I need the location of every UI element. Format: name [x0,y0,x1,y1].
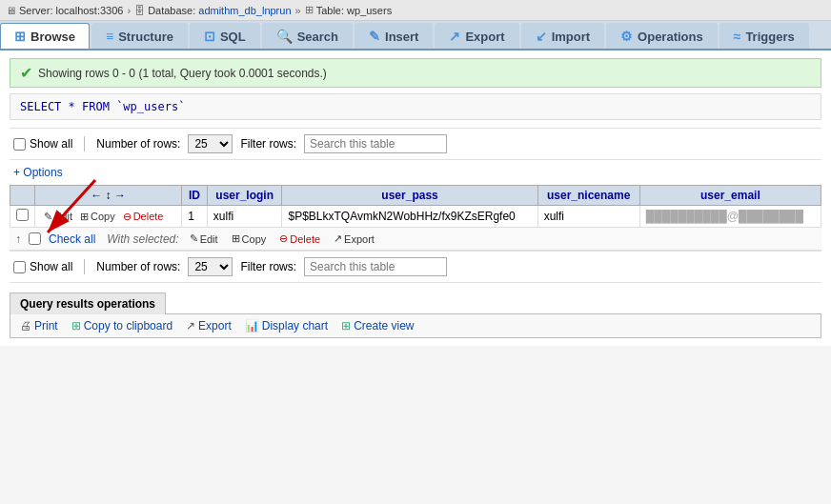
row-actions-cell: ✎ Edit ⊞ Copy ⊖ Delete [35,206,182,228]
show-all-label-top[interactable]: Show all [13,137,72,151]
up-arrow-icon: ↑ [15,232,21,246]
delete-icon: ⊖ [123,211,132,223]
sort-toggle-icon: ↕ [106,189,111,202]
qr-ops-section: 🖨 Print ⊞ Copy to clipboard ↗ Export 📊 D… [10,313,821,338]
row-id-cell: 1 [182,206,208,228]
print-icon: 🖨 [20,319,31,333]
col-header-user-pass[interactable]: user_pass [282,186,537,206]
export-icon: ↗ [186,319,195,333]
tab-browse[interactable]: ⊞ Browse [0,23,90,49]
table-wrapper: ← ↕ → ID user_login user_pass user_nicen [10,185,821,228]
with-selected-export-icon: ↗ [334,232,342,245]
create-view-button[interactable]: ⊞ Create view [341,319,414,333]
check-all-checkbox[interactable] [29,232,41,245]
edit-icon: ✎ [44,211,52,223]
tab-operations[interactable]: ⚙ Operations [606,23,718,49]
tab-sql[interactable]: ⊡ SQL [190,23,260,49]
qr-ops-container: Query results operations 🖨 Print ⊞ Copy … [10,292,821,338]
content-area: ✔ Showing rows 0 - 0 (1 total, Query too… [0,50,831,346]
col-header-user-email[interactable]: user_email [639,186,821,206]
filter-row-bottom: Show all Number of rows: 25 50 100 Filte… [10,251,821,283]
tab-triggers[interactable]: ≈ Triggers [720,23,809,49]
success-bar: ✔ Showing rows 0 - 0 (1 total, Query too… [10,58,821,88]
with-selected-edit-icon: ✎ [190,232,198,245]
browse-icon: ⊞ [14,29,26,44]
insert-icon: ✎ [369,29,380,44]
row-user-login-cell: xulfi [207,206,282,228]
divider-bottom [84,259,85,274]
number-of-rows-select-bottom[interactable]: 25 50 100 [188,257,233,276]
row-user-email-cell: ██████████@████████ [639,206,821,228]
show-all-checkbox-top[interactable] [13,138,26,151]
sql-icon: ⊡ [204,29,215,44]
tab-structure[interactable]: ≡ Structure [91,23,188,49]
triggers-icon: ≈ [734,29,741,44]
sort-right-icon: → [114,189,126,202]
col-header-user-login[interactable]: user_login [207,186,282,206]
copy-row-button[interactable]: ⊞ Copy [77,210,118,224]
col-header-user-nicename[interactable]: user_nicename [537,186,639,206]
sql-query-text: SELECT * FROM `wp_users` [20,100,185,113]
row-user-pass-cell: $P$BLkxTQAvmkN2WobHHz/fx9KZsERgfe0 [282,206,537,228]
number-of-rows-label-bottom: Number of rows: [96,260,180,273]
operations-icon: ⚙ [620,29,633,44]
tab-export[interactable]: ↗ Export [435,23,518,49]
number-of-rows-label-top: Number of rows: [96,137,180,151]
filter-rows-input-top[interactable] [304,134,447,153]
import-icon: ↙ [536,29,547,44]
copy-icon: ⊞ [80,211,89,223]
with-selected-label: With selected: [107,232,178,246]
options-link[interactable]: + Options [10,164,67,181]
tab-insert[interactable]: ✎ Insert [355,23,433,49]
print-button[interactable]: 🖨 Print [20,319,58,333]
data-table: ← ↕ → ID user_login user_pass user_nicen [10,185,821,228]
row-user-nicename-cell: xulfi [537,206,639,228]
filter-rows-label-top: Filter rows: [240,137,296,151]
divider-top [84,136,85,151]
col-header-actions[interactable]: ← ↕ → [35,186,182,206]
title-bar: 🖥 Server: localhost:3306 › 🗄 Database: a… [0,0,831,21]
success-icon: ✔ [20,64,32,82]
structure-icon: ≡ [106,29,113,44]
with-selected-copy-icon: ⊞ [232,232,240,245]
col-header-checkbox [10,186,35,206]
tab-search[interactable]: 🔍 Search [262,23,353,49]
with-selected-copy-button[interactable]: ⊞ Copy [229,232,270,246]
success-message: Showing rows 0 - 0 (1 total, Query took … [38,67,327,80]
show-all-checkbox-bottom[interactable] [13,261,26,273]
sql-display: SELECT * FROM `wp_users` [10,93,821,120]
row-checkbox[interactable] [16,209,29,221]
filter-rows-label-bottom: Filter rows: [240,260,296,273]
display-chart-button[interactable]: 📊 Display chart [245,319,328,333]
with-selected-export-button[interactable]: ↗ Export [331,232,377,246]
export-button[interactable]: ↗ Export [186,319,232,333]
clipboard-icon: ⊞ [71,319,81,333]
check-all-label[interactable]: Check all [49,232,95,246]
table-header-row: ← ↕ → ID user_login user_pass user_nicen [10,186,821,206]
server-label: Server: localhost:3306 [19,5,123,16]
db-label: Database: [148,5,195,16]
number-of-rows-select-top[interactable]: 25 50 100 [188,134,233,153]
col-header-id[interactable]: ID [182,186,208,206]
search-icon: 🔍 [276,29,293,44]
filter-rows-input-bottom[interactable] [304,257,447,276]
show-all-label-bottom[interactable]: Show all [13,260,72,273]
with-selected-edit-button[interactable]: ✎ Edit [187,232,221,246]
edit-row-button[interactable]: ✎ Edit [41,210,75,224]
table-icon: ⊞ [305,4,314,16]
row-checkbox-cell [10,206,35,228]
delete-row-button[interactable]: ⊖ Delete [120,210,167,224]
with-selected-delete-button[interactable]: ⊖ Delete [276,232,323,246]
filter-row-top: Show all Number of rows: 25 50 100 Filte… [10,128,821,160]
copy-to-clipboard-button[interactable]: ⊞ Copy to clipboard [71,319,172,333]
table-row: ✎ Edit ⊞ Copy ⊖ Delete [10,206,821,228]
db-icon: 🗄 [134,5,145,16]
nav-tabs: ⊞ Browse ≡ Structure ⊡ SQL 🔍 Search ✎ In… [0,21,831,50]
view-icon: ⊞ [341,319,351,333]
qr-ops-tab[interactable]: Query results operations [10,292,166,314]
sort-left-icon: ← [91,189,102,202]
chart-icon: 📊 [245,319,259,333]
server-icon: 🖥 [6,5,16,16]
tab-import[interactable]: ↙ Import [521,23,604,49]
db-name[interactable]: admithm_db_lnprun [198,5,291,16]
